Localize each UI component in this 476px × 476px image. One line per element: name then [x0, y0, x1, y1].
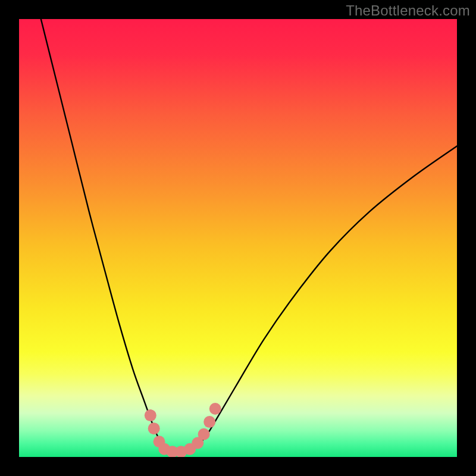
plot-area [19, 19, 457, 457]
marker-dot [145, 409, 156, 421]
gradient-background [19, 19, 457, 457]
bottleneck-chart [19, 19, 457, 457]
marker-dot [148, 422, 160, 434]
watermark-text: TheBottleneck.com [346, 2, 470, 19]
marker-dot [209, 403, 221, 415]
marker-dot [198, 428, 210, 440]
marker-dot [203, 416, 215, 428]
chart-frame: TheBottleneck.com [0, 0, 476, 476]
